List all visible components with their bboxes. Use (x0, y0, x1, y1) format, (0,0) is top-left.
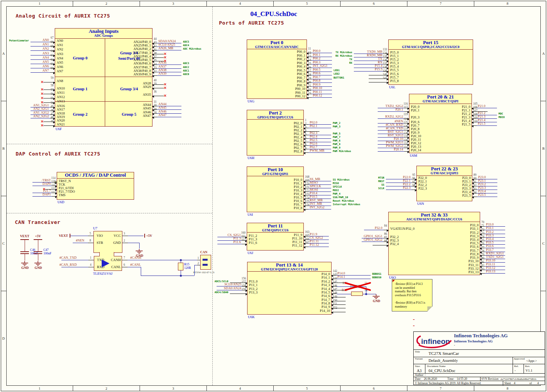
pin-name: TMS (59, 193, 65, 197)
annotation-label: ADC Mikrobus (183, 47, 201, 50)
pin-U6N-P22_3[interactable]: 98P22.3SCLK (386, 185, 416, 190)
pin-name: AN5 (57, 61, 63, 64)
size-label: Size: (415, 365, 420, 368)
ruler-left: ABCD (1, 6, 6, 386)
pin-U6H-P02_8[interactable]: 9PWM_MBPWM Mikrobus (304, 148, 331, 153)
refdes-U6M: U6M (410, 154, 417, 158)
annotation-label: ADC3 (183, 62, 189, 65)
pin-number: 70 (481, 221, 484, 224)
variant-label: Variant (415, 357, 423, 360)
annotation-label: PWM_5 (333, 132, 341, 135)
capacitor-c46-plate[interactable] (20, 251, 29, 252)
resistor-r30[interactable] (351, 292, 363, 296)
pin-arrow-icon (53, 72, 55, 74)
annotation-label: ADC0 (183, 73, 189, 76)
wire (141, 267, 141, 276)
pin-U6K-P14_10[interactable]: 152 (332, 307, 346, 312)
pin-U6M-P20_14[interactable]: 132P20.14 (378, 147, 409, 152)
pin-number: 170 (305, 183, 309, 186)
wire (25, 240, 25, 251)
block-title: OCDS / JTAG / DAP Control (57, 173, 134, 178)
u7-pinnum-canl: 6 (124, 263, 125, 267)
pin-number: 130 (404, 139, 408, 142)
resistor-r15-ref: R15 (184, 263, 189, 266)
sheet-of-label: of (529, 381, 532, 385)
separator-dap-can (7, 213, 212, 213)
u7-pinnum-vcc: 3 (124, 232, 125, 235)
pin-U6F-AN39/P40_9[interactable]: 32AN39ADC0 (152, 71, 181, 76)
note-r31-r30[interactable]: -Resistor (R31) at P14.3can be assembled… (392, 279, 432, 311)
ruler-col-1: 1 (6, 1, 73, 6)
graphic (369, 82, 388, 82)
pin-number: 90 (473, 177, 477, 180)
can-connector-name: CAN (200, 250, 207, 254)
pin-number: 110 (473, 120, 477, 123)
annotation-label: LED1 (334, 69, 340, 72)
block-divider (55, 77, 152, 77)
can-connector[interactable] (200, 255, 211, 270)
pin-number: 144 (333, 277, 337, 280)
pin-U6F-AN35[interactable]: ✕36 (152, 91, 166, 96)
pin-U6M-P20_1[interactable]: 117P20.1 (378, 107, 409, 112)
pin-U6K-P13_3[interactable]: 159ADC4/SDA0 (230, 289, 247, 294)
ruler-col-3: 3 (140, 386, 206, 391)
net-label: DAP1 (43, 193, 51, 196)
ruler-col-3: 3 (140, 1, 206, 6)
pin-number: 32 (154, 70, 157, 73)
graphic (378, 151, 404, 152)
pin-U6O-P33_13[interactable]: 83P33.13 (480, 268, 505, 274)
wire (38, 240, 38, 251)
pin-U6M-P21_5[interactable]: 110P21.5 (472, 121, 497, 126)
pin-U6F-AN21[interactable]: ✕45 (41, 121, 55, 126)
capacitor-c47-plate[interactable] (34, 251, 42, 252)
pin-arrow-icon (152, 95, 154, 98)
title-value: TC27X SmartCar (429, 351, 459, 356)
pin-U6J-P11_12[interactable]: 167P11.12 (304, 242, 329, 247)
pin-U6F-AN7[interactable]: 60AN7 (30, 68, 55, 73)
pin-name: P15_8 (390, 79, 399, 83)
net-label: P32.0 (375, 226, 382, 230)
pin-U6I-P10_8[interactable]: 176INT_S2G2 (304, 204, 331, 209)
graphic (308, 209, 331, 209)
pin-name: P14_1 (296, 276, 330, 279)
pin-U6G-P00_12[interactable]: 23P00.12 (307, 93, 332, 98)
pin-number: 49 (51, 105, 54, 108)
pin-U6O-P32_4[interactable]: 88 (373, 240, 388, 245)
pin-name: AN6 (57, 65, 63, 69)
pin-name: AN17 (57, 108, 65, 111)
annotation-label: MTSR (378, 176, 384, 179)
pin-number: 63 (51, 54, 54, 57)
pin-U6O-VGATE1N/P32_0[interactable]: 84P32.0 (364, 225, 388, 230)
pin-number: 149 (333, 295, 337, 299)
wire (88, 236, 93, 236)
pin-number: 131 (404, 142, 408, 145)
rel-value: - (515, 369, 516, 372)
wire (128, 236, 143, 236)
pin-number: 165 (305, 234, 309, 237)
power-label: VEXT (52, 234, 68, 238)
pin-U6F-AN47[interactable]: 28AN47 (152, 112, 181, 117)
annotation-label: PWM_7 (333, 136, 341, 139)
pin-name: P10_8 (268, 206, 302, 210)
pin-number: 43 (154, 41, 157, 44)
pin-arrow-icon (480, 273, 482, 275)
annotation-label: PWM_8 (333, 143, 341, 146)
resistor-r15[interactable] (178, 263, 183, 270)
pin-number: 139 (383, 70, 387, 73)
ic-block-U6L[interactable]: Port 15GTM/ASC1/QSPI0,2/CAN2/CCU6/I2C0 (388, 39, 473, 85)
pin-arrow-icon (387, 229, 389, 232)
pin-U6F-AN8[interactable]: ✕59 (41, 77, 55, 82)
block-divider (105, 38, 105, 126)
sheet-of-value: 4 (537, 381, 539, 385)
pin-U6N-P23_5[interactable]: 94P23.5 (472, 192, 497, 197)
pin-name: AN29 (117, 85, 151, 89)
pin-number: 175 (305, 200, 309, 203)
rev-label: Rev. (525, 365, 530, 368)
wire (122, 260, 127, 260)
pin-U6J-P11_6[interactable]: 162P11.6 (217, 239, 247, 244)
pin-U6D-TMS[interactable]: 112DAP1 (32, 192, 57, 197)
pin-U6L-P15_8[interactable]: 141 (369, 77, 388, 82)
separator-analog-dap (7, 144, 212, 144)
wire-junction (365, 293, 367, 295)
pin-U6F-AN29[interactable]: ✕39 (152, 83, 166, 88)
